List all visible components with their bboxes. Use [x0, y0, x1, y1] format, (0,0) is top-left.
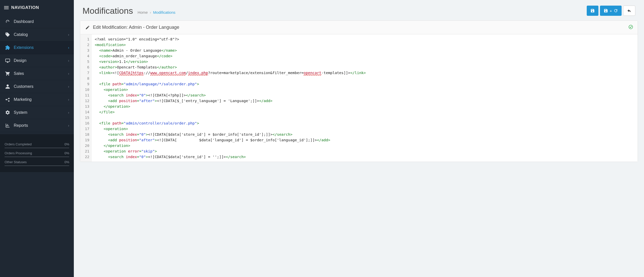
line-number: 10 [84, 87, 89, 92]
line-number: 19 [84, 137, 89, 143]
code-line: <modification> [95, 42, 635, 48]
puzzle-icon [5, 45, 11, 50]
code-line: <add position="after"><![CDATA[ $data['l… [95, 137, 635, 143]
code-body[interactable]: <?xml version="1.0" encoding="utf-8"?><m… [92, 34, 638, 162]
line-number: 21 [84, 148, 89, 154]
share-icon [5, 97, 11, 102]
save-refresh-button[interactable]: + [600, 6, 622, 16]
sidebar-item-design[interactable]: Design› [0, 54, 74, 67]
code-line: </file> [95, 109, 635, 115]
chevron-right-icon: › [68, 98, 69, 102]
sidebar-item-label: Sales [14, 71, 24, 76]
line-number: 14 [84, 109, 89, 115]
panel-header: Edit Modification: Admin - Order Languag… [80, 21, 638, 34]
line-number: 3 [84, 48, 89, 53]
line-number: 4 [84, 53, 89, 59]
chevron-right-icon: › [68, 46, 69, 50]
stat-bar [5, 148, 69, 148]
stat-value: 0% [64, 151, 69, 155]
line-number: 16 [84, 120, 89, 126]
sidebar-item-label: Design [14, 58, 26, 63]
sidebar-item-label: System [14, 110, 27, 115]
code-line: <code>admin_order_langauge</code> [95, 53, 635, 59]
code-line: <operation> [95, 126, 635, 132]
sidebar-item-system[interactable]: System› [0, 106, 74, 119]
line-number: 7 [84, 70, 89, 76]
line-number: 9 [84, 81, 89, 87]
code-line: <file path="admin/language/*/sale/order.… [95, 81, 635, 87]
user-icon [5, 84, 11, 89]
line-number: 2 [84, 42, 89, 48]
nav-title: NAVIGATION [11, 5, 39, 10]
line-number: 18 [84, 132, 89, 137]
stats-panel: Orders Completed0%Orders Processing0%Oth… [0, 134, 74, 172]
edit-panel: Edit Modification: Admin - Order Languag… [80, 20, 638, 162]
stat-value: 0% [64, 160, 69, 164]
reply-icon [627, 8, 632, 13]
sidebar-item-extensions[interactable]: Extensions› [0, 41, 74, 54]
gauge-icon [5, 19, 11, 24]
sidebar-item-label: Extensions [14, 45, 34, 50]
stat-bar [5, 165, 69, 166]
pencil-icon [85, 25, 90, 30]
stat-row: Orders Processing0% [5, 151, 69, 155]
stat-row: Orders Completed0% [5, 142, 69, 146]
code-line: <search index="0"><![CDATA[<?php]]></sea… [95, 92, 635, 98]
code-line: <name>Admin - Order Language</name> [95, 48, 635, 53]
line-gutter: 12345678910111213141516171819202122 [80, 34, 92, 162]
line-number: 17 [84, 126, 89, 132]
gear-icon [5, 110, 11, 115]
line-number: 6 [84, 64, 89, 70]
save-button[interactable] [587, 6, 598, 16]
sidebar-item-dashboard[interactable]: Dashboard [0, 15, 74, 28]
line-number: 1 [84, 36, 89, 42]
sidebar: NAVIGATION DashboardCatalog›Extensions›D… [0, 0, 74, 277]
sidebar-item-label: Reports [14, 123, 28, 128]
breadcrumb-separator: › [150, 10, 151, 15]
chevron-right-icon: › [68, 110, 69, 115]
code-line [95, 115, 635, 120]
refresh-icon [613, 8, 618, 13]
sidebar-item-label: Catalog [14, 32, 28, 37]
page-title: Modifications [82, 6, 133, 16]
sidebar-item-sales[interactable]: Sales› [0, 67, 74, 80]
code-line: <?xml version="1.0" encoding="utf-8"?> [95, 36, 635, 42]
main-content: Modifications Home › Modifications + [74, 0, 644, 277]
breadcrumb-home[interactable]: Home [137, 10, 148, 15]
stat-bar [5, 157, 69, 157]
line-number: 13 [84, 104, 89, 109]
line-number: 22 [84, 154, 89, 160]
stat-label: Other Statuses [5, 160, 27, 164]
sidebar-item-catalog[interactable]: Catalog› [0, 28, 74, 41]
code-line: <link><![CDATA[https://www.opencart.com/… [95, 70, 635, 76]
code-line: <add position="after"><![CDATA[$_['entry… [95, 98, 635, 104]
stat-label: Orders Processing [5, 151, 32, 155]
code-line: </operation> [95, 143, 635, 148]
line-number: 5 [84, 59, 89, 64]
breadcrumb-current[interactable]: Modifications [153, 10, 175, 15]
code-editor[interactable]: 12345678910111213141516171819202122 <?xm… [80, 34, 638, 162]
nav-list: DashboardCatalog›Extensions›Design›Sales… [0, 15, 74, 132]
monitor-icon [5, 58, 11, 63]
chevron-right-icon: › [68, 33, 69, 37]
sidebar-item-customers[interactable]: Customers› [0, 80, 74, 93]
back-button[interactable] [623, 6, 635, 16]
code-line: <search index="0"><![CDATA[$data['store_… [95, 154, 635, 160]
status-ok-icon [628, 24, 633, 31]
chevron-right-icon: › [68, 72, 69, 76]
sidebar-item-label: Dashboard [14, 19, 34, 24]
sidebar-item-marketing[interactable]: Marketing› [0, 93, 74, 106]
code-line: <operation error="skip"> [95, 148, 635, 154]
menu-icon[interactable] [4, 6, 9, 9]
nav-header: NAVIGATION [0, 0, 74, 15]
header-actions: + [587, 6, 635, 16]
sidebar-item-reports[interactable]: Reports› [0, 119, 74, 132]
code-line: <search index="0"><![CDATA[$data['store_… [95, 132, 635, 137]
code-line: <file path="admin/controller/sale/order.… [95, 120, 635, 126]
page-header: Modifications Home › Modifications + [74, 0, 644, 20]
stat-row: Other Statuses0% [5, 160, 69, 164]
chevron-right-icon: › [68, 59, 69, 63]
plus-icon: + [610, 9, 612, 13]
cart-icon [5, 71, 11, 76]
line-number: 20 [84, 143, 89, 148]
